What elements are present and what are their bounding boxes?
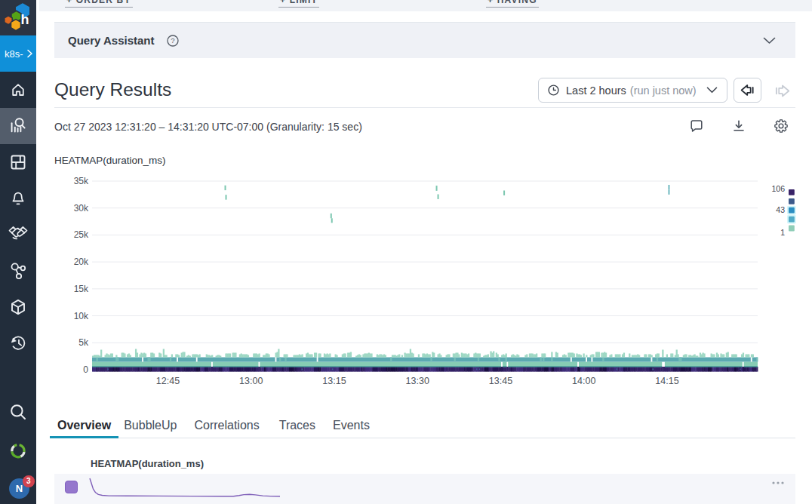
- tab-traces[interactable]: Traces: [272, 414, 323, 438]
- svg-text:0: 0: [83, 364, 88, 375]
- download-icon: [731, 118, 746, 134]
- order-by-link[interactable]: + ORDER BY: [65, 0, 133, 8]
- sidebar: h k8s-: [0, 0, 36, 504]
- arrow-forward-icon: [773, 82, 792, 100]
- boards-icon: [9, 153, 27, 171]
- previous-query-button[interactable]: [734, 78, 761, 103]
- sidebar-item-usage[interactable]: [0, 432, 36, 469]
- handshake-icon: [8, 225, 28, 244]
- query-assistant-panel[interactable]: Query Assistant ?: [54, 22, 795, 58]
- query-chart-icon: [8, 116, 28, 136]
- header-divider: [54, 107, 795, 108]
- limit-link[interactable]: + LIMIT: [278, 0, 319, 8]
- settings-button[interactable]: [773, 118, 789, 134]
- heatmap-cells: [92, 349, 758, 372]
- query-builder-strip: + ORDER BY + LIMIT + HAVING: [39, 0, 812, 11]
- logo-letter: h: [21, 12, 29, 27]
- search-icon: [8, 401, 29, 423]
- sidebar-item-boards[interactable]: [0, 144, 36, 180]
- svg-text:35k: 35k: [74, 176, 89, 186]
- clock-icon: [548, 85, 559, 96]
- result-series-label: HEATMAP(duration_ms): [91, 458, 204, 469]
- sidebar-item-alerts[interactable]: [0, 180, 36, 217]
- chevron-right-icon: [26, 49, 33, 58]
- usage-ring-icon: [8, 440, 29, 461]
- environment-label: k8s-: [5, 48, 23, 60]
- svg-text:5k: 5k: [78, 337, 89, 348]
- chart-title: HEATMAP(duration_ms): [54, 155, 166, 166]
- svg-text:13:00: 13:00: [239, 376, 263, 386]
- date-range-text: Oct 27 2023 12:31:20 – 14:31:20 UTC-07:0…: [54, 121, 362, 133]
- query-assistant-title: Query Assistant: [68, 34, 155, 47]
- notification-badge: 3: [23, 475, 35, 487]
- gear-icon: [773, 118, 789, 134]
- having-link[interactable]: + HAVING: [486, 0, 539, 8]
- chevron-down-icon: [763, 37, 776, 45]
- service-map-icon: [8, 261, 28, 281]
- tab-overview[interactable]: Overview: [50, 414, 118, 438]
- heatmap-chart[interactable]: 05k10k15k20k25k30k35k 12:4513:0013:1513:…: [54, 172, 812, 392]
- svg-text:13:30: 13:30: [406, 376, 429, 386]
- more-options-button[interactable]: [771, 481, 785, 485]
- heatmap-outlier-cells: [225, 185, 670, 223]
- svg-text:43: 43: [776, 205, 785, 214]
- sidebar-item-slos[interactable]: [0, 217, 36, 253]
- time-range-note: (run just now): [630, 85, 697, 97]
- help-icon[interactable]: ?: [167, 35, 179, 47]
- sidebar-item-history[interactable]: [0, 325, 36, 361]
- ellipsis-icon: [771, 481, 785, 485]
- comment-button[interactable]: [688, 118, 705, 134]
- avatar-initial: N: [16, 483, 23, 494]
- cube-icon: [9, 298, 27, 316]
- history-icon: [9, 334, 28, 353]
- tab-correlations[interactable]: Correlations: [186, 414, 266, 438]
- time-range-value: Last 2 hours: [566, 85, 626, 97]
- result-row[interactable]: [54, 474, 795, 504]
- home-icon: [9, 81, 27, 99]
- svg-text:15k: 15k: [74, 284, 89, 294]
- svg-text:1: 1: [780, 228, 785, 237]
- svg-text:25k: 25k: [74, 229, 89, 240]
- honeycomb-logo[interactable]: h: [0, 0, 36, 35]
- time-range-select[interactable]: Last 2 hours (run just now): [538, 78, 727, 103]
- chart-y-axis: 05k10k15k20k25k30k35k: [74, 176, 89, 375]
- page-title: Query Results: [54, 79, 171, 100]
- environment-selector[interactable]: k8s-: [0, 35, 36, 72]
- heatmap-legend: 106431: [771, 184, 795, 237]
- honeycomb-app: h k8s-: [0, 0, 812, 504]
- svg-text:30k: 30k: [74, 203, 89, 214]
- svg-text:12:45: 12:45: [156, 376, 180, 386]
- bell-icon: [9, 189, 27, 207]
- sidebar-item-home[interactable]: [0, 72, 36, 108]
- svg-text:10k: 10k: [74, 311, 89, 321]
- chart-x-axis: 12:4513:0013:1513:3013:4514:0014:15: [156, 376, 679, 386]
- svg-text:14:15: 14:15: [655, 376, 678, 386]
- chart-gridlines: [92, 181, 758, 370]
- series-sparkline: [88, 476, 283, 500]
- honeycomb-logo-icon: h: [0, 0, 36, 35]
- series-color-swatch: [65, 481, 78, 493]
- svg-text:14:00: 14:00: [572, 376, 595, 386]
- svg-text:106: 106: [771, 184, 785, 193]
- tab-bubbleup[interactable]: BubbleUp: [116, 414, 184, 438]
- svg-text:13:15: 13:15: [322, 376, 346, 386]
- sidebar-item-service-map[interactable]: [0, 253, 36, 289]
- svg-text:20k: 20k: [74, 257, 89, 267]
- arrow-back-icon: [739, 82, 756, 98]
- sidebar-item-search[interactable]: [0, 394, 36, 430]
- chevron-down-icon: [706, 87, 718, 94]
- help-glyph: ?: [171, 36, 174, 45]
- comment-icon: [689, 118, 704, 134]
- tab-events[interactable]: Events: [325, 414, 377, 438]
- sidebar-item-datasets[interactable]: [0, 289, 36, 325]
- download-button[interactable]: [730, 118, 747, 134]
- badge-count: 3: [26, 477, 31, 485]
- svg-text:13:45: 13:45: [489, 376, 512, 386]
- sidebar-item-query[interactable]: [0, 108, 36, 144]
- results-tabs: Overview BubbleUp Correlations Traces Ev…: [50, 414, 795, 438]
- next-query-button[interactable]: [771, 80, 792, 101]
